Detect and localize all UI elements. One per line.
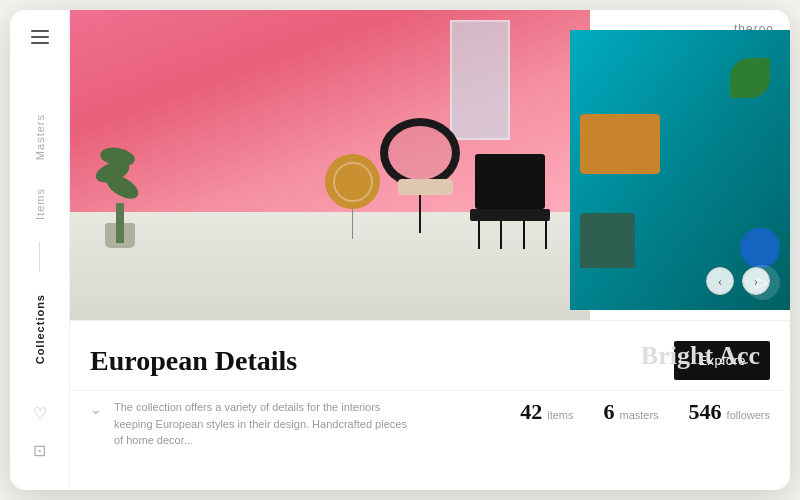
plant-left bbox=[90, 143, 150, 243]
title-row: European Details Explore Bright Acc bbox=[70, 321, 790, 390]
collection-title: European Details bbox=[90, 345, 654, 377]
main-content: theroo ▷ ‹ › bbox=[70, 10, 790, 490]
chair-cushion bbox=[398, 179, 453, 195]
sidebar-item-masters[interactable]: Masters bbox=[34, 100, 46, 174]
sidebar-bottom: ♡ ⊡ bbox=[33, 404, 47, 470]
items-label: items bbox=[547, 409, 573, 421]
teal-chair-1 bbox=[580, 213, 635, 268]
next-arrow[interactable]: › bbox=[742, 267, 770, 295]
app-container: Masters Items Collections ♡ ⊡ bbox=[10, 10, 790, 490]
followers-label: followers bbox=[727, 409, 770, 421]
hero-right-panel: theroo ▷ ‹ › bbox=[570, 10, 790, 320]
chair-leg bbox=[419, 193, 421, 233]
heart-icon[interactable]: ♡ bbox=[33, 404, 47, 423]
items-count: 42 bbox=[520, 399, 542, 425]
round-chair-back bbox=[380, 118, 460, 188]
table-ring bbox=[333, 162, 373, 202]
masters-stat: 6 masters bbox=[603, 399, 658, 425]
masters-count: 6 bbox=[603, 399, 614, 425]
table-top-round bbox=[325, 154, 380, 209]
black-chair bbox=[475, 154, 550, 249]
hero-section: theroo ▷ ‹ › bbox=[70, 10, 790, 320]
leg-4 bbox=[545, 221, 547, 249]
cart-icon[interactable]: ⊡ bbox=[33, 441, 46, 460]
followers-count: 546 bbox=[689, 399, 722, 425]
menu-icon[interactable] bbox=[31, 30, 49, 44]
black-chair-seat bbox=[470, 209, 550, 221]
plant-stem bbox=[116, 203, 124, 243]
stats-container: 42 items 6 masters 546 followers bbox=[520, 399, 770, 425]
followers-stat: 546 followers bbox=[689, 399, 770, 425]
masters-label: masters bbox=[619, 409, 658, 421]
chevron-down-icon[interactable]: ⌄ bbox=[90, 401, 102, 418]
teal-chair-2 bbox=[740, 228, 780, 268]
secondary-collection-title: Bright Acc bbox=[641, 341, 760, 371]
black-chair-legs bbox=[478, 221, 548, 249]
table-leg-center bbox=[352, 209, 353, 239]
details-row: ⌄ The collection offers a variety of det… bbox=[70, 390, 790, 459]
sidebar: Masters Items Collections ♡ ⊡ bbox=[10, 10, 70, 490]
round-chair bbox=[380, 118, 460, 233]
side-table bbox=[325, 154, 380, 239]
sidebar-nav: Masters Items Collections bbox=[34, 74, 46, 404]
collection-description: The collection offers a variety of detai… bbox=[114, 399, 414, 449]
teal-plant bbox=[730, 58, 780, 118]
items-stat: 42 items bbox=[520, 399, 573, 425]
nav-arrows: ‹ › bbox=[706, 267, 770, 295]
teal-leaf bbox=[730, 58, 770, 98]
leg-3 bbox=[523, 221, 525, 249]
room-scene bbox=[70, 10, 590, 320]
hero-image-main bbox=[70, 10, 590, 320]
info-section: European Details Explore Bright Acc ⌄ Th… bbox=[70, 320, 790, 490]
leg-2 bbox=[500, 221, 502, 249]
sidebar-item-items[interactable]: Items bbox=[34, 174, 46, 234]
teal-shelf bbox=[580, 114, 660, 174]
leg-1 bbox=[478, 221, 480, 249]
sidebar-item-collections[interactable]: Collections bbox=[34, 280, 46, 378]
sidebar-divider bbox=[39, 242, 40, 272]
black-chair-back bbox=[475, 154, 545, 209]
prev-arrow[interactable]: ‹ bbox=[706, 267, 734, 295]
